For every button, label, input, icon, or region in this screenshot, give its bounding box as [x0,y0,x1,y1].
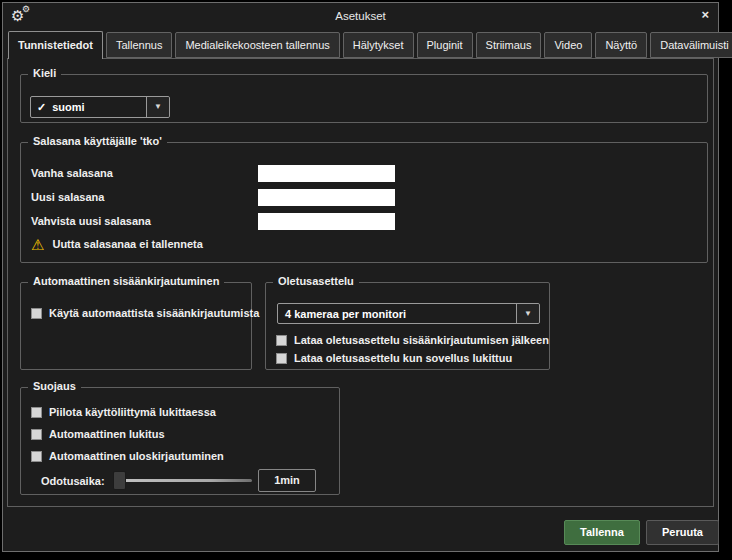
security-group-title: Suojaus [28,380,81,392]
language-dropdown-value: suomi [46,101,146,113]
load-after-login-row: Lataa oletusasettelu sisäänkirjautumisen… [276,333,549,347]
auto-logout-checkbox[interactable] [31,451,42,462]
password-warning: ⚠ Uutta salasanaa ei tallenneta [31,235,203,253]
default-layout-dropdown-value: 4 kameraa per monitori [278,308,516,320]
new-password-label: Uusi salasana [31,191,104,203]
hide-ui-row: Piilota käyttöliittymä lukittaessa [31,405,216,419]
chevron-down-icon: ▼ [154,103,162,111]
language-group: Kieli ✓ suomi ▼ [20,74,708,123]
confirm-password-label: Vahvista uusi salasana [31,215,151,227]
default-layout-dropdown[interactable]: 4 kameraa per monitori ▼ [277,303,540,324]
dialog-title: Asetukset [3,10,718,22]
confirm-password-field[interactable] [258,213,395,230]
desktop-background: { "window": { "title": "Asetukset" }, "i… [0,0,732,560]
load-on-lock-row: Lataa oletusasettelu kun sovellus lukitt… [276,351,512,365]
warning-icon: ⚠ [31,237,44,252]
new-password-row: Uusi salasana [31,189,697,206]
default-layout-group-title: Oletusasettelu [273,275,359,287]
tab-striimaus[interactable]: Striimaus [476,32,542,58]
tab-pluginit[interactable]: Pluginit [417,32,473,58]
autologin-group: Automaattinen sisäänkirjautuminen Käytä … [20,282,252,370]
use-autologin-label: Käytä automaattista sisäänkirjautumista [49,307,259,319]
confirm-password-row: Vahvista uusi salasana [31,213,697,230]
tab-tunnistetiedot[interactable]: Tunnistetiedot [8,31,103,59]
default-layout-group: Oletusasettelu 4 kameraa per monitori ▼ … [265,282,550,370]
tab-bar: Tunnistetiedot Tallennus Medialeikekoost… [8,31,713,59]
auto-logout-label: Automaattinen uloskirjautuminen [49,450,224,462]
tab-tallennus[interactable]: Tallennus [106,32,172,58]
language-dropdown[interactable]: ✓ suomi ▼ [30,96,170,118]
tab-naytto[interactable]: Näyttö [595,32,647,58]
close-icon[interactable]: × [701,8,709,22]
autologin-group-title: Automaattinen sisäänkirjautuminen [28,275,224,287]
password-warning-text: Uutta salasanaa ei tallenneta [52,238,202,250]
delay-label: Odotusaika: [41,475,105,487]
load-on-lock-checkbox[interactable] [276,353,287,364]
old-password-field[interactable] [258,165,395,182]
old-password-row: Vanha salasana [31,165,697,182]
new-password-field[interactable] [258,189,395,206]
tab-video[interactable]: Video [544,32,592,58]
tab-content-panel: Kieli ✓ suomi ▼ Salasana käyttäjälle 'tk… [7,58,714,507]
use-autologin-row: Käytä automaattista sisäänkirjautumista [31,306,259,320]
settings-dialog: ⚙ ⚙ Asetukset × Tunnistetiedot Tallennus… [2,2,719,552]
tab-medialeikekoosteen-tallennus[interactable]: Medialeikekoosteen tallennus [175,32,339,58]
load-on-lock-label: Lataa oletusasettelu kun sovellus lukitt… [294,352,512,364]
delay-slider-track[interactable] [115,479,252,482]
password-group: Salasana käyttäjälle 'tko' Vanha salasan… [20,142,708,263]
default-layout-dropdown-arrow[interactable]: ▼ [516,304,539,323]
auto-lock-row: Automaattinen lukitus [31,427,165,441]
hide-ui-label: Piilota käyttöliittymä lukittaessa [49,406,216,418]
auto-logout-row: Automaattinen uloskirjautuminen [31,449,224,463]
delay-slider-handle[interactable] [113,471,126,490]
load-after-login-checkbox[interactable] [276,335,287,346]
password-group-title: Salasana käyttäjälle 'tko' [28,135,167,147]
tab-datavalimuisti[interactable]: Datavälimuisti [650,32,732,58]
use-autologin-checkbox[interactable] [31,308,42,319]
cancel-button[interactable]: Peruuta [646,520,719,545]
hide-ui-checkbox[interactable] [31,407,42,418]
auto-lock-label: Automaattinen lukitus [49,428,165,440]
check-icon: ✓ [31,101,46,114]
title-bar: ⚙ ⚙ Asetukset × [3,3,718,31]
save-button[interactable]: Tallenna [564,520,640,545]
delay-value: 1min [258,469,316,492]
chevron-down-icon: ▼ [524,310,532,318]
language-dropdown-arrow[interactable]: ▼ [146,97,169,117]
load-after-login-label: Lataa oletusasettelu sisäänkirjautumisen… [294,334,549,346]
tab-halytykset[interactable]: Hälytykset [343,32,414,58]
security-group: Suojaus Piilota käyttöliittymä lukittaes… [20,387,340,495]
language-group-title: Kieli [28,67,61,79]
auto-lock-checkbox[interactable] [31,429,42,440]
old-password-label: Vanha salasana [31,167,113,179]
